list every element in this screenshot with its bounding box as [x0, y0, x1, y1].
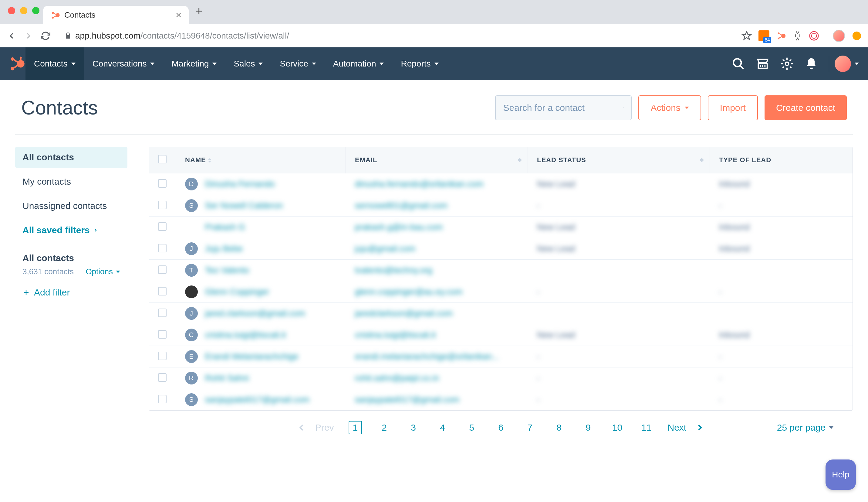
row-checkbox[interactable] [158, 244, 167, 252]
nav-item-automation[interactable]: Automation [324, 47, 393, 80]
contact-email[interactable]: tvalento@techny.org [355, 265, 432, 275]
row-checkbox[interactable] [158, 373, 167, 382]
notifications-bell-icon[interactable] [805, 57, 818, 70]
account-caret-icon[interactable] [855, 62, 859, 65]
contact-name[interactable]: Rohit Sahni [205, 373, 249, 383]
back-button[interactable] [6, 30, 17, 41]
sidebar-view-all-contacts[interactable]: All contacts [15, 147, 127, 168]
row-checkbox[interactable] [158, 309, 167, 317]
column-type-of-lead[interactable]: TYPE OF LEAD [710, 147, 853, 173]
table-row[interactable]: DDinusha Fernando dinusha.fernando@srila… [149, 173, 852, 195]
nav-item-service[interactable]: Service [271, 47, 324, 80]
profile-avatar[interactable] [833, 30, 845, 42]
close-window-button[interactable] [8, 7, 15, 14]
search-input[interactable] [503, 103, 618, 113]
row-checkbox[interactable] [158, 179, 167, 188]
page-number[interactable]: 3 [407, 421, 420, 434]
contact-email[interactable]: glenn.coppinger@au.ey.com [355, 287, 463, 297]
prev-page-arrow-icon[interactable] [297, 422, 307, 433]
account-avatar[interactable] [835, 56, 851, 72]
table-row[interactable]: SSer Nowell Calderon sernowell01@gmail.c… [149, 195, 852, 217]
close-tab-button[interactable]: × [176, 9, 182, 21]
maximize-window-button[interactable] [32, 7, 40, 14]
next-page-arrow-icon[interactable] [695, 422, 705, 433]
contact-email[interactable]: sernowell01@gmail.com [355, 201, 447, 210]
row-checkbox[interactable] [158, 287, 167, 295]
row-checkbox[interactable] [158, 265, 167, 274]
contact-name[interactable]: Juju Bebe [205, 244, 243, 253]
contact-name[interactable]: Teo Valento [205, 265, 249, 275]
extension-icon[interactable]: 64 [758, 30, 769, 41]
bookmark-star-icon[interactable] [742, 31, 752, 41]
contact-name[interactable]: Glenn Coppinger [205, 287, 269, 297]
page-number[interactable]: 7 [523, 421, 537, 434]
page-number[interactable]: 6 [494, 421, 508, 434]
contact-email[interactable]: sanjaypatel017@gmail.com [355, 395, 459, 404]
contact-email[interactable]: rohit.sahn@paipl.co.in [355, 373, 439, 383]
actions-button[interactable]: Actions [638, 96, 701, 120]
nav-item-reports[interactable]: Reports [392, 47, 447, 80]
nav-item-conversations[interactable]: Conversations [84, 47, 163, 80]
minimize-window-button[interactable] [20, 7, 27, 14]
page-number[interactable]: 2 [378, 421, 391, 434]
extension-icon[interactable] [793, 31, 802, 41]
import-button[interactable]: Import [708, 96, 758, 120]
page-number[interactable]: 11 [640, 421, 653, 434]
extension-icon[interactable] [809, 31, 819, 41]
contact-email[interactable]: cristina.luigi@tiscali.it [355, 330, 436, 340]
row-checkbox[interactable] [158, 330, 167, 339]
table-row[interactable]: Jjared.clarkson@gmail.com jaredclarkson@… [149, 303, 852, 324]
extension-icon[interactable] [851, 31, 862, 41]
sidebar-view-my-contacts[interactable]: My contacts [15, 171, 127, 192]
contact-email[interactable]: erandi.melaniarachchige@srilanikan... [355, 352, 499, 361]
url-field[interactable]: app.hubspot.com/contacts/4159648/contact… [57, 31, 735, 41]
page-number[interactable]: 4 [436, 421, 449, 434]
new-tab-button[interactable]: + [192, 4, 205, 20]
page-number[interactable]: 1 [349, 421, 362, 434]
nav-item-marketing[interactable]: Marketing [163, 47, 225, 80]
page-number[interactable]: 5 [465, 421, 478, 434]
help-button[interactable]: Help [826, 460, 856, 490]
table-row[interactable]: TTeo Valento tvalento@techny.org [149, 260, 852, 281]
table-row[interactable]: RRohit Sahni rohit.sahn@paipl.co.in - - [149, 368, 852, 389]
row-checkbox[interactable] [158, 222, 167, 231]
table-row[interactable]: Glenn Coppinger glenn.coppinger@au.ey.co… [149, 281, 852, 303]
row-checkbox[interactable] [158, 395, 167, 403]
hubspot-ext-icon[interactable] [776, 31, 786, 41]
reload-button[interactable] [40, 30, 51, 41]
settings-gear-icon[interactable] [780, 57, 794, 70]
contact-name[interactable]: cristina.luigi@tiscali.it [205, 330, 286, 340]
table-row[interactable]: Ssanjaypatel017@gmail.com sanjaypatel017… [149, 389, 852, 411]
select-all-checkbox[interactable] [158, 155, 167, 163]
nav-item-contacts[interactable]: Contacts [25, 47, 84, 80]
browser-tab[interactable]: Contacts × [43, 6, 189, 24]
search-icon[interactable] [732, 57, 745, 70]
contact-name[interactable]: sanjaypatel017@gmail.com [205, 395, 309, 404]
column-name[interactable]: NAME [176, 147, 346, 173]
table-row[interactable]: Ccristina.luigi@tiscali.it cristina.luig… [149, 324, 852, 346]
contact-email[interactable]: dinusha.fernando@srilanikan.com [355, 179, 484, 189]
per-page-dropdown[interactable]: 25 per page [777, 422, 834, 433]
prev-page-button[interactable]: Prev [315, 422, 334, 433]
column-email[interactable]: EMAIL [346, 147, 528, 173]
column-lead-status[interactable]: LEAD STATUS [528, 147, 710, 173]
contact-email[interactable]: prakash.g@in-bau.com [355, 222, 443, 232]
table-row[interactable]: EErandi Melaniarachchige erandi.melaniar… [149, 346, 852, 368]
row-checkbox[interactable] [158, 352, 167, 360]
row-checkbox[interactable] [158, 201, 167, 209]
contact-name[interactable]: Ser Nowell Calderon [205, 201, 283, 210]
options-dropdown[interactable]: Options [85, 267, 120, 277]
add-filter-button[interactable]: Add filter [15, 277, 127, 309]
page-number[interactable]: 8 [552, 421, 566, 434]
table-row[interactable]: Prakash G prakash.g@in-bau.com New Lead … [149, 217, 852, 238]
create-contact-button[interactable]: Create contact [765, 96, 847, 120]
contact-name[interactable]: Erandi Melaniarachchige [205, 352, 299, 361]
contact-name[interactable]: Prakash G [205, 222, 245, 232]
contact-search[interactable] [495, 96, 632, 120]
page-number[interactable]: 9 [582, 421, 595, 434]
contact-email[interactable]: jaredclarkson@gmail.com [355, 309, 453, 318]
page-number[interactable]: 10 [611, 421, 624, 434]
contact-email[interactable]: juju@gmail.com [355, 244, 416, 253]
sidebar-view-unassigned-contacts[interactable]: Unassigned contacts [15, 195, 127, 217]
marketplace-icon[interactable] [756, 57, 769, 70]
